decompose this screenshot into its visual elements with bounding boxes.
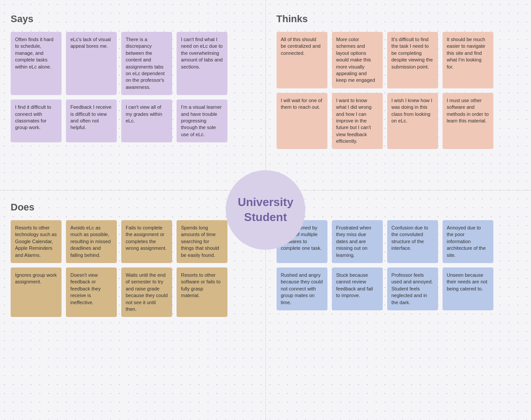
thinks-card-1: More color schemes and layout options wo… xyxy=(332,32,383,88)
feels-quadrant: Feels Overwhelmed by usage of multiple s… xyxy=(266,186,531,340)
does-card-1: Avoids eLc as much as possible, resultin… xyxy=(66,220,117,263)
feels-card-6: Professor feels used and annoyed. Studen… xyxy=(387,267,438,310)
does-card-6: Waits until the end of semester to try a… xyxy=(121,267,172,317)
thinks-card-0: All of this should be centralized and co… xyxy=(277,32,327,88)
does-cards-grid: Resorts to other technology such as Goog… xyxy=(11,220,255,317)
feels-label: Feels xyxy=(277,202,521,213)
says-card-6: I can't view all of my grades within eLc… xyxy=(121,99,172,142)
says-label: Says xyxy=(11,13,255,25)
does-card-7: Resorts to other software or fails to fu… xyxy=(177,267,227,317)
says-quadrant: Says Often finds it hard to schedule, ma… xyxy=(0,0,266,186)
feels-card-4: Rushed and angry because they could not … xyxy=(277,267,327,310)
does-card-4: Ignores group work assignment. xyxy=(11,267,62,317)
does-label: Does xyxy=(11,202,255,213)
center-line1: University xyxy=(238,195,293,209)
does-card-0: Resorts to other technology such as Goog… xyxy=(11,220,62,263)
thinks-card-3: It should be much easier to navigate thi… xyxy=(442,32,493,88)
center-persona-text: University Student xyxy=(238,195,293,225)
feels-card-5: Stuck because cannot review feedback and… xyxy=(332,267,383,310)
says-card-4: I find it difficult to connect with clas… xyxy=(11,99,62,142)
does-card-5: Doesn't view feedback or feedback they r… xyxy=(66,267,117,317)
center-persona-circle: University Student xyxy=(226,170,305,250)
feels-card-7: Unseen because their needs are not being… xyxy=(442,267,493,310)
thinks-card-2: It's difficult to find the task I need t… xyxy=(387,32,438,88)
feels-card-1: Frustrated when they miss due dates and … xyxy=(332,220,383,263)
thinks-card-5: I want to know what I did wrong and how … xyxy=(332,93,383,149)
center-line2: Student xyxy=(244,210,287,224)
says-card-7: I'm a visual learner and have trouble pr… xyxy=(177,99,227,142)
does-card-2: Fails to complete the assignment or comp… xyxy=(121,220,172,263)
thinks-cards-grid: All of this should be centralized and co… xyxy=(277,32,521,149)
says-cards-grid: Often finds it hard to schedule, manage,… xyxy=(11,32,255,142)
thinks-quadrant: Thinks All of this should be centralized… xyxy=(266,0,531,186)
thinks-card-4: I will wait for one of them to reach out… xyxy=(277,93,327,149)
says-card-1: eLc's lack of visual appeal bores me. xyxy=(66,32,117,95)
feels-card-3: Annoyed due to the poor information arch… xyxy=(442,220,493,263)
thinks-card-7: I must use other software and methods in… xyxy=(442,93,493,149)
thinks-card-6: I wish I knew how I was doing in this cl… xyxy=(387,93,438,149)
does-card-3: Spends long amounts of time searching fo… xyxy=(177,220,227,263)
feels-card-2: Confusion due to the convoluted structur… xyxy=(387,220,438,263)
feels-cards-grid: Overwhelmed by usage of multiple softwar… xyxy=(277,220,521,310)
says-card-5: Feedback I receive is difficult to view … xyxy=(66,99,117,142)
says-card-2: There is a discrepancy between the conte… xyxy=(121,32,172,95)
says-card-3: I can't find what I need on eLc due to t… xyxy=(177,32,227,95)
thinks-label: Thinks xyxy=(277,13,521,25)
says-card-0: Often finds it hard to schedule, manage,… xyxy=(11,32,62,95)
